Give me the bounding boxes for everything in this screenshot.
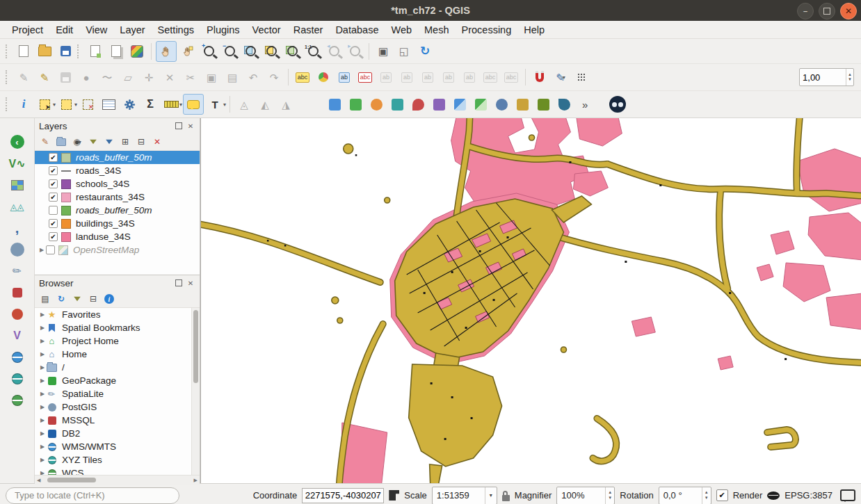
save-project-button[interactable] — [56, 42, 75, 61]
mesh-transform-button[interactable]: ◭ — [255, 95, 275, 114]
pan-map-button[interactable] — [156, 41, 177, 62]
layer-diagram-button[interactable] — [314, 67, 333, 87]
browser-item[interactable]: ▶/ — [35, 361, 200, 374]
change-label-button[interactable]: ab — [418, 67, 437, 87]
deselect-features-button[interactable]: ✕ — [78, 95, 97, 114]
maximize-button[interactable] — [819, 3, 835, 19]
spin-up-icon[interactable]: ▲ — [705, 490, 709, 495]
layer-labeling-button[interactable]: abc — [293, 67, 312, 87]
expand-arrow-icon[interactable]: ▶ — [38, 430, 47, 437]
collapse-all-button[interactable]: ⊟ — [134, 135, 148, 149]
menu-view[interactable]: View — [79, 23, 113, 37]
remove-layer-button[interactable]: ✕ — [150, 135, 164, 149]
stroke-width-input[interactable] — [800, 69, 846, 86]
add-mesh-layer-button[interactable]: ◬◬ — [8, 198, 26, 215]
layer-visibility-checkbox[interactable] — [49, 153, 58, 162]
vertex-tool-button[interactable]: ✛ — [139, 67, 159, 87]
plugin-button[interactable] — [554, 95, 574, 114]
delete-selected-button[interactable]: ✕ — [160, 67, 179, 87]
digitize-with-segment-button[interactable]: ✎▾ — [551, 67, 570, 87]
zoom-native-button[interactable]: 1:1 — [303, 42, 323, 61]
spin-arrows[interactable]: ▲▼ — [702, 487, 711, 504]
menu-processing[interactable]: Processing — [456, 23, 518, 37]
browser-item[interactable]: ▶DB2 — [35, 427, 200, 440]
browser-horizontal-scrollbar[interactable]: ◀ ▶ — [35, 475, 200, 485]
filter-browser-button[interactable] — [70, 292, 84, 306]
browser-item[interactable]: ▶WCS — [35, 466, 200, 475]
plugin-button[interactable] — [533, 95, 553, 114]
manage-map-themes-button[interactable]: ◉▾ — [70, 135, 84, 149]
zoom-to-layer-button[interactable] — [282, 42, 302, 61]
toolbar-handle[interactable] — [6, 44, 10, 58]
menu-settings[interactable]: Settings — [152, 23, 200, 37]
rotation-spinbox[interactable]: 0,0 ° ▲▼ — [659, 487, 711, 504]
dropdown-arrow-icon[interactable]: ▾ — [485, 487, 497, 504]
title-bar[interactable]: *tm_ch72 - QGIS – ✕ — [0, 0, 861, 21]
current-edits-button[interactable]: ✎ — [14, 67, 33, 87]
browser-item[interactable]: ▶★Favorites — [35, 308, 200, 321]
expand-arrow-icon[interactable]: ▶ — [38, 470, 47, 475]
mesh-calculator-button[interactable]: ◮ — [276, 95, 296, 114]
float-panel-button[interactable] — [174, 278, 184, 288]
spin-arrows[interactable]: ▲▼ — [605, 487, 614, 504]
browser-item[interactable]: ▶⌂Home — [35, 348, 200, 361]
new-print-layout-button[interactable] — [86, 42, 105, 61]
expand-arrow-icon[interactable]: ▶ — [38, 364, 47, 371]
expand-arrow-icon[interactable]: ▶ — [38, 391, 47, 397]
close-panel-button[interactable]: ✕ — [186, 278, 195, 288]
menu-project[interactable]: Project — [6, 23, 49, 37]
browser-item[interactable]: ▶PostGIS — [35, 400, 200, 414]
toolbar-overflow-button[interactable]: » — [575, 95, 595, 114]
add-wms-layer-button[interactable] — [8, 349, 26, 366]
measure-line-button[interactable] — [161, 95, 181, 114]
expand-arrow-icon[interactable]: ▶ — [38, 311, 47, 318]
layer-visibility-checkbox[interactable] — [49, 206, 58, 215]
spin-up-icon[interactable]: ▲ — [848, 72, 852, 77]
expand-arrow-icon[interactable]: ▶ — [38, 325, 47, 331]
add-group-button[interactable] — [54, 135, 68, 149]
render-checkbox[interactable]: ✔ — [716, 489, 728, 501]
lock-scale-icon[interactable] — [502, 495, 510, 501]
layer-visibility-checkbox[interactable] — [49, 166, 58, 175]
highlight-pinned-labels-button[interactable]: abc — [355, 67, 375, 87]
menu-layer[interactable]: Layer — [113, 23, 151, 37]
zoom-in-button[interactable]: + — [199, 42, 218, 61]
float-panel-button[interactable] — [174, 121, 184, 131]
snapping-toggle-button[interactable] — [530, 67, 549, 87]
browser-item[interactable]: ▶MSSQL — [35, 414, 200, 427]
menu-help[interactable]: Help — [517, 23, 551, 37]
plugin-button[interactable] — [429, 95, 449, 114]
save-layer-edits-button[interactable] — [56, 67, 75, 87]
expand-arrow-icon[interactable]: ▶ — [38, 351, 47, 357]
map-tips-button[interactable] — [183, 94, 204, 115]
menu-vector[interactable]: Vector — [246, 23, 287, 37]
filter-by-expression-button[interactable] — [102, 135, 116, 149]
scroll-right-icon[interactable]: ▶ — [194, 478, 198, 483]
refresh-map-button[interactable]: ↻ — [415, 42, 435, 61]
collapse-all-button[interactable]: ⊟ — [86, 292, 100, 306]
identify-features-button[interactable]: i — [14, 95, 33, 114]
browser-item[interactable]: ▶Spatial Bookmarks — [35, 321, 200, 334]
locate-search-input[interactable] — [6, 487, 179, 504]
scroll-left-icon[interactable]: ◀ — [37, 478, 40, 483]
close-panel-button[interactable]: ✕ — [186, 121, 195, 131]
toggle-editing-button[interactable]: ✎ — [35, 67, 54, 87]
label-properties-button[interactable]: abc — [481, 67, 500, 87]
expand-arrow-icon[interactable]: ▶ — [38, 444, 47, 450]
plugin-button[interactable] — [367, 95, 386, 114]
select-features-button[interactable]: ➤ — [35, 95, 54, 114]
layer-visibility-checkbox[interactable] — [49, 193, 58, 202]
curved-label-button[interactable]: ab — [439, 67, 458, 87]
pin-labels-button[interactable]: ab — [335, 67, 354, 87]
show-layout-manager-button[interactable] — [106, 42, 126, 61]
add-polygon-feature-button[interactable]: ▱ — [118, 67, 138, 87]
zoom-next-button[interactable]: ▸ — [345, 42, 364, 61]
toolbar-handle[interactable] — [6, 97, 10, 111]
spin-down-icon[interactable]: ▼ — [848, 77, 852, 82]
copy-features-button[interactable]: ▣ — [202, 67, 221, 87]
add-raster-layer-button[interactable] — [8, 177, 26, 193]
spin-down-icon[interactable]: ▼ — [705, 496, 709, 501]
plugin-button[interactable] — [387, 95, 407, 114]
mesh-digitizing-button[interactable]: ◬ — [234, 95, 254, 114]
open-attribute-table-button[interactable] — [99, 95, 118, 114]
